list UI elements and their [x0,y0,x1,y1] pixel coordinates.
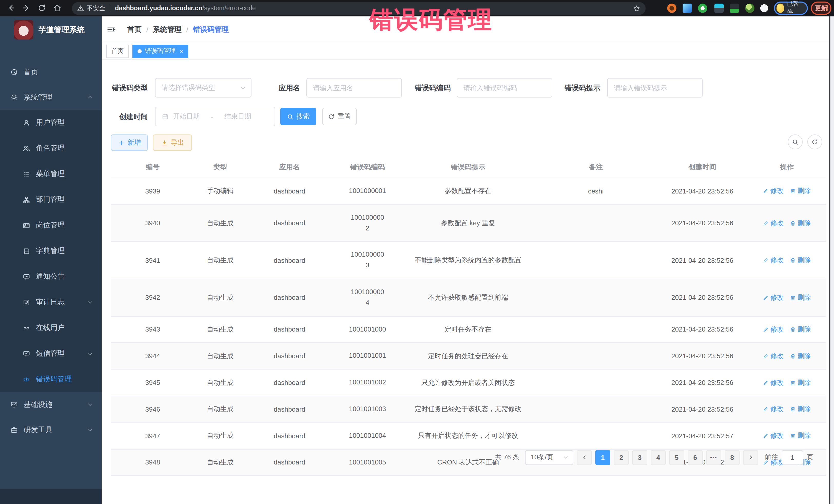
breadcrumb-item-系统管理[interactable]: 系统管理 [153,25,182,34]
sidebar-item-菜单管理[interactable]: 菜单管理 [0,161,102,187]
sidebar-item-角色管理[interactable]: 角色管理 [0,135,102,161]
chevron-down-icon [87,401,93,408]
table-refresh-button[interactable] [807,134,822,149]
sidebar-item-岗位管理[interactable]: 岗位管理 [0,213,102,238]
table-search-toggle-button[interactable] [788,134,803,149]
error-hint-input-box[interactable] [607,78,703,97]
delete-link[interactable]: 删除 [790,293,811,302]
edit-link[interactable]: 修改 [763,293,784,302]
prev-page-button[interactable] [577,450,592,465]
forward-icon[interactable] [22,4,31,12]
sidebar-item-系统管理[interactable]: 系统管理 [0,85,102,110]
chevron-down-icon [240,84,246,91]
sidebar-collapse-bar[interactable] [0,489,102,504]
sidebar-item-字典管理[interactable]: 字典管理 [0,238,102,264]
page-button-5[interactable]: 5 [669,450,684,465]
page-more-button[interactable]: ••• [706,450,721,465]
edit-link[interactable]: 修改 [763,352,784,361]
page-scrollbar[interactable] [829,17,834,504]
reload-icon[interactable] [38,4,46,12]
edit-link[interactable]: 修改 [763,405,784,414]
sidebar-item-用户管理[interactable]: 用户管理 [0,110,102,135]
extensions-puzzle-icon[interactable] [760,4,769,13]
error-hint-input[interactable] [614,84,696,92]
tab-错误码管理[interactable]: 错误码管理× [132,44,188,58]
browser-menu-dots-icon[interactable]: ⋮ [824,4,830,12]
delete-link[interactable]: 删除 [790,256,811,265]
extension-grid-icon[interactable] [715,4,724,13]
extension-green-icon[interactable] [698,4,707,13]
column-header-应用名: 应用名 [246,157,333,178]
browser-profile-chip[interactable]: 已暂停 [774,2,808,15]
edit-link[interactable]: 修改 [763,378,784,387]
page-button-3[interactable]: 3 [632,450,647,465]
search-button[interactable]: 搜索 [280,108,316,125]
error-code-input[interactable] [463,84,546,92]
edit-link[interactable]: 修改 [763,256,784,265]
extension-orange-icon[interactable] [667,4,676,13]
extension-on-badge-icon[interactable] [730,4,739,13]
hamburger-icon[interactable] [106,25,116,35]
add-button[interactable]: 新增 [111,134,148,151]
delete-link[interactable]: 删除 [790,325,811,334]
date-range-picker[interactable]: 开始日期 - 结束日期 [155,107,275,126]
sidebar-item-基础设施[interactable]: 基础设施 [0,392,102,417]
sidebar-item-短信管理[interactable]: 短信管理 [0,341,102,367]
error-type-select[interactable]: 请选择错误码类型 [155,78,251,97]
delete-link[interactable]: 删除 [790,352,811,361]
page-button-8[interactable]: 8 [725,450,740,465]
delete-link[interactable]: 删除 [790,405,811,414]
sidebar-item-研发工具[interactable]: 研发工具 [0,417,102,442]
cell-operations: 修改删除 [747,242,826,279]
breadcrumb-item-首页[interactable]: 首页 [127,25,142,34]
sidebar-item-首页[interactable]: 首页 [0,60,102,85]
breadcrumb-item-错误码管理[interactable]: 错误码管理 [193,25,229,34]
page-button-4[interactable]: 4 [651,450,666,465]
cell-time: 2021-04-20 23:52:56 [657,178,747,204]
page-button-2[interactable]: 2 [614,450,629,465]
edit-link[interactable]: 修改 [763,431,784,440]
edit-link[interactable]: 修改 [763,218,784,227]
delete-link[interactable]: 删除 [790,378,811,387]
book-icon [23,247,30,255]
reset-button[interactable]: 重置 [322,108,357,125]
page-button-1[interactable]: 1 [595,450,610,465]
page-size-select[interactable]: 10条/页 [525,450,573,465]
extension-gem-icon[interactable] [683,4,692,13]
sidebar-item-通知公告[interactable]: 通知公告 [0,264,102,289]
home-icon[interactable] [53,4,62,12]
breadcrumb-separator: / [146,25,148,34]
cell-app: dashboard [246,242,333,279]
delete-link[interactable]: 删除 [790,431,811,440]
app-name-input-box[interactable] [306,78,402,97]
dashboard-icon [10,68,18,76]
tab-close-icon[interactable]: × [180,47,183,54]
edit-link[interactable]: 修改 [763,325,784,334]
delete-link[interactable]: 删除 [790,187,811,196]
sidebar-item-在线用户[interactable]: 在线用户 [0,315,102,341]
logo-row[interactable]: 芋道管理系统 [0,17,102,43]
edit-link[interactable]: 修改 [763,187,784,196]
cell-id: 3947 [111,423,195,450]
refresh-icon [811,138,818,145]
app-name-input[interactable] [313,84,395,92]
bookmark-star-icon[interactable] [633,4,640,12]
sidebar-item-审计日志[interactable]: 审计日志 [0,289,102,315]
cell-code: 100100000 2 [333,204,402,242]
sidebar-item-错误码管理[interactable]: 错误码管理 [0,367,102,392]
back-icon[interactable] [7,4,15,12]
table-row: 3942自动生成dashboard100100000 4不允许获取敏感配置到前端… [111,279,826,316]
delete-link[interactable]: 删除 [790,218,811,227]
cell-remark [534,242,657,279]
cell-operations: 修改删除 [747,343,826,370]
goto-page-input[interactable] [782,450,803,465]
next-page-button[interactable] [743,450,758,465]
extension-key-icon[interactable] [745,4,754,13]
page-button-6[interactable]: 6 [688,450,703,465]
cell-msg: 定时任务不存在 [402,316,534,343]
error-code-input-box[interactable] [457,78,552,97]
tab-首页[interactable]: 首页 [106,44,129,58]
active-tab-dot [137,49,142,53]
export-button[interactable]: 导出 [153,134,192,151]
sidebar-item-部门管理[interactable]: 部门管理 [0,187,102,213]
